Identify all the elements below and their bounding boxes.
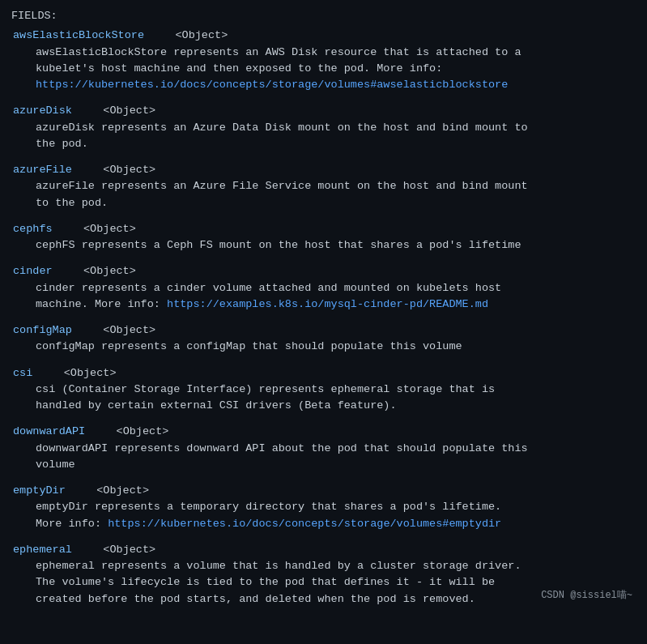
url-text: https://examples.k8s.io/mysql-cinder-pd/…	[167, 298, 488, 310]
field-name: downwardAPI	[13, 424, 85, 440]
field-block: csi <Object>csi (Container Storage Inter…	[11, 365, 636, 415]
field-name-line: cephfs <Object>	[13, 221, 636, 237]
field-description-line: cephFS represents a Ceph FS mount on the…	[13, 237, 636, 254]
field-block: emptyDir <Object>emptyDir represents a t…	[11, 483, 636, 532]
field-description-line: volume	[13, 457, 636, 473]
field-name-line: csi <Object>	[13, 365, 636, 382]
field-type: <Object>	[77, 162, 155, 178]
fields-label: FIELDS:	[11, 8, 636, 24]
field-description-line: downwardAPI represents downward API abou…	[13, 441, 636, 457]
field-description-line: csi (Container Storage Interface) repres…	[13, 382, 636, 398]
field-description-line: the pod.	[13, 136, 636, 152]
field-type: <Object>	[70, 483, 149, 499]
field-description-line: kubelet's host machine and then exposed …	[13, 61, 636, 77]
field-name: azureDisk	[13, 103, 72, 119]
field-description-line: https://kubernetes.io/docs/concepts/stor…	[13, 77, 636, 93]
field-name-line: ephemeral <Object>	[13, 542, 636, 558]
field-description-line: emptyDir represents a temporary director…	[13, 499, 636, 515]
field-block: configMap <Object>configMap represents a…	[11, 322, 636, 356]
field-name-line: emptyDir <Object>	[13, 483, 636, 499]
field-name: azureFile	[13, 162, 72, 178]
field-description-line: machine. More info: https://examples.k8s…	[13, 296, 636, 313]
field-name-line: azureDisk <Object>	[13, 103, 636, 119]
field-name-line: awsElasticBlockStore <Object>	[13, 28, 636, 44]
terminal: FIELDS: awsElasticBlockStore <Object>aws…	[11, 8, 636, 608]
field-type: <Object>	[77, 103, 155, 119]
field-name: emptyDir	[13, 483, 66, 499]
field-description-line: configMap represents a configMap that sh…	[13, 339, 636, 355]
field-block: awsElasticBlockStore <Object>awsElasticB…	[11, 28, 636, 93]
field-name: csi	[13, 365, 32, 382]
field-type: <Object>	[149, 28, 228, 44]
field-type: <Object>	[37, 365, 116, 382]
field-description-line: awsElasticBlockStore represents an AWS D…	[13, 45, 636, 61]
field-block: azureDisk <Object>azureDisk represents a…	[11, 103, 636, 152]
watermark: CSDN @sissiel喵~	[541, 588, 632, 603]
field-description-line: azureFile represents an Azure File Servi…	[13, 178, 636, 194]
field-type: <Object>	[77, 542, 155, 558]
field-description-line: More info: https://kubernetes.io/docs/co…	[13, 516, 636, 532]
url-text: https://kubernetes.io/docs/concepts/stor…	[36, 79, 508, 91]
field-block: cephfs <Object>cephFS represents a Ceph …	[11, 221, 636, 254]
field-block: cinder <Object>cinder represents a cinde…	[11, 263, 636, 313]
field-type: <Object>	[57, 221, 136, 237]
field-description-line: ephemeral represents a volume that is ha…	[13, 558, 636, 574]
field-name-line: configMap <Object>	[13, 322, 636, 339]
field-type: <Object>	[90, 424, 168, 440]
field-description-line: to the pod.	[13, 195, 636, 211]
field-name: cinder	[13, 263, 53, 279]
field-name-line: cinder <Object>	[13, 263, 636, 279]
field-name: ephemeral	[13, 542, 72, 558]
field-description-line: cinder represents a cinder volume attach…	[13, 280, 636, 296]
field-name: awsElasticBlockStore	[13, 28, 144, 44]
field-name: cephfs	[13, 221, 53, 237]
field-name: configMap	[13, 322, 72, 339]
field-description-line: handled by certain external CSI drivers …	[13, 398, 636, 414]
field-block: downwardAPI <Object>downwardAPI represen…	[11, 424, 636, 473]
field-description-line: azureDisk represents an Azure Data Disk …	[13, 120, 636, 136]
url-text: https://kubernetes.io/docs/concepts/stor…	[108, 518, 501, 530]
field-name-line: azureFile <Object>	[13, 162, 636, 178]
field-type: <Object>	[57, 263, 136, 279]
field-block: azureFile <Object>azureFile represents a…	[11, 162, 636, 211]
field-name-line: downwardAPI <Object>	[13, 424, 636, 440]
field-type: <Object>	[77, 322, 155, 339]
